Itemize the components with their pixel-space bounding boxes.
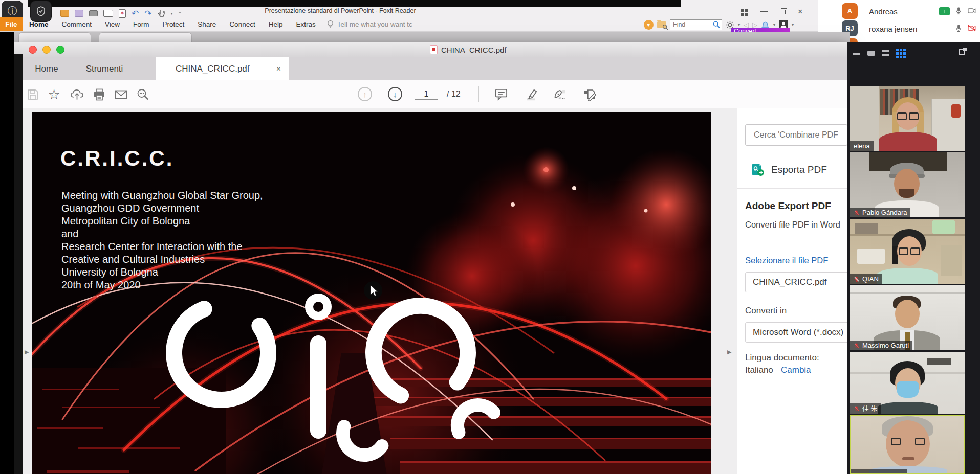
selected-file-field[interactable]: CHINA_CRICC.pdf xyxy=(745,272,850,292)
doc-language-value: Italiano xyxy=(745,365,773,375)
loupe-icon[interactable] xyxy=(136,87,149,101)
participant-name-label: QIAN xyxy=(850,274,882,284)
video-tile[interactable]: QIAN xyxy=(850,219,965,284)
video-tile-active-speaker[interactable] xyxy=(850,415,965,474)
zoom-traffic-light[interactable] xyxy=(56,46,64,54)
background-tab-band xyxy=(14,32,850,42)
muted-mic-icon xyxy=(854,210,860,216)
select-file-link[interactable]: Selezionare il file PDF xyxy=(745,256,828,265)
screen-share-badge: ↑ xyxy=(939,7,950,15)
menu-help[interactable]: Help xyxy=(262,20,290,28)
folder-search-icon[interactable] xyxy=(657,21,666,28)
background-tab[interactable] xyxy=(99,32,192,42)
star-icon[interactable]: ☆ xyxy=(47,87,61,101)
menu-form[interactable]: Form xyxy=(126,20,156,28)
mic-icon xyxy=(954,6,963,15)
video-tile[interactable]: Massimo Garuti xyxy=(850,285,965,350)
gallery-header xyxy=(847,42,980,62)
comment-icon[interactable] xyxy=(494,87,508,101)
print-icon[interactable] xyxy=(92,87,106,101)
participant-name-label-partial xyxy=(851,469,907,474)
bell-caret[interactable]: ▾ xyxy=(773,22,775,27)
strip-view-icon[interactable] xyxy=(882,50,889,52)
window-controls: × xyxy=(741,7,802,17)
convert-format-select[interactable]: Microsoft Word (*.docx) xyxy=(745,322,850,343)
gear-icon[interactable] xyxy=(726,20,734,29)
sidebar-search-input[interactable] xyxy=(745,124,847,146)
video-tile[interactable]: Pablo Gándara xyxy=(850,152,965,217)
menu-view[interactable]: View xyxy=(98,20,126,28)
adobe-export-subtitle: Converti file PDF in Word xyxy=(745,220,840,230)
minimize-icon[interactable] xyxy=(760,11,768,12)
foxit-tab-bar: Home Strumenti CHINA_CRICC.pdf × xyxy=(14,57,850,80)
signature-icon[interactable] xyxy=(553,87,567,101)
menu-file[interactable]: File xyxy=(0,17,23,31)
toolbar-divider xyxy=(478,86,479,102)
host-window-title: Presentazione standard di PowerPoint - F… xyxy=(0,7,681,14)
video-tile[interactable]: elena xyxy=(850,86,965,151)
page-up-button[interactable]: ↑ xyxy=(358,87,372,101)
change-language-link[interactable]: Cambia xyxy=(781,365,811,375)
export-pdf-icon xyxy=(751,163,765,176)
gallery-view-icon[interactable] xyxy=(896,49,899,51)
gear-caret[interactable]: ▾ xyxy=(738,22,740,27)
right-panel-toggle-arrow[interactable]: ▶ xyxy=(727,349,731,355)
slide-title: C.R.I.C.C. xyxy=(60,146,173,171)
page-total: / 12 xyxy=(447,89,461,99)
page-number-input[interactable] xyxy=(415,89,438,100)
muted-mic-icon xyxy=(854,405,860,412)
save-icon[interactable] xyxy=(26,87,39,101)
host-titlebar: ⓘ ✶ ↶ ↷ ▾ ⁼ Presentazione standard di Po… xyxy=(0,0,818,32)
export-pdf-row[interactable]: Esporta PDF xyxy=(751,163,827,176)
highlighter-icon[interactable] xyxy=(524,87,538,101)
pdf-toolbar: ☆ ↑ ↓ / 12 xyxy=(14,80,850,108)
restore-icon[interactable] xyxy=(780,10,786,14)
menu-share[interactable]: Share xyxy=(191,20,223,28)
menu-connect[interactable]: Connect xyxy=(223,20,262,28)
popout-icon[interactable] xyxy=(959,49,965,55)
page-down-button[interactable]: ↓ xyxy=(388,87,402,101)
tell-me-box[interactable]: Tell me what you want tc xyxy=(337,20,412,28)
menu-bar: File Home Comment View Form Protect Shar… xyxy=(0,17,512,31)
window-title: CHINA_CRICC.pdf xyxy=(441,46,507,54)
window-left-edge xyxy=(14,54,23,474)
participant-row[interactable]: A Andreas ↑ xyxy=(818,3,980,20)
lightbulb-icon xyxy=(326,20,334,29)
tab-home[interactable]: Home xyxy=(25,57,69,80)
heart-icon[interactable]: ♥ xyxy=(644,20,654,30)
menu-extras[interactable]: Extras xyxy=(289,20,322,28)
background-tab[interactable] xyxy=(18,32,91,42)
window-title-group: CHINA_CRICC.pdf xyxy=(430,42,507,57)
pdf-reader-window: CHINA_CRICC.pdf Home Strumenti CHINA_CRI… xyxy=(14,42,850,474)
export-pdf-label: Esporta PDF xyxy=(771,164,827,175)
participant-name-label: elena xyxy=(850,141,874,151)
cloud-upload-icon[interactable] xyxy=(70,87,84,101)
tab-close-icon[interactable]: × xyxy=(276,64,281,74)
rename-icon[interactable] xyxy=(582,87,596,101)
left-panel-toggle-arrow[interactable]: ▶ xyxy=(25,349,29,355)
camera-icon xyxy=(967,6,976,15)
sidebar-divider xyxy=(737,188,850,189)
mouse-cursor xyxy=(364,281,382,300)
menu-protect[interactable]: Protect xyxy=(156,20,191,28)
close-icon[interactable]: × xyxy=(798,8,802,16)
export-sidebar: Esporta PDF Adobe Export PDF Converti fi… xyxy=(737,108,850,474)
muted-mic-icon xyxy=(854,276,860,282)
find-input[interactable] xyxy=(672,20,713,29)
email-icon[interactable] xyxy=(114,87,128,101)
tab-document[interactable]: CHINA_CRICC.pdf × xyxy=(156,57,289,80)
tile-windows-icon[interactable] xyxy=(741,9,744,12)
search-icon xyxy=(713,21,720,28)
menu-comment[interactable]: Comment xyxy=(55,20,99,28)
menu-home[interactable]: Home xyxy=(23,20,55,28)
account-caret[interactable]: ▾ xyxy=(792,22,794,27)
minimize-traffic-light[interactable] xyxy=(42,46,51,54)
close-traffic-light[interactable] xyxy=(29,46,37,54)
pdf-file-icon xyxy=(430,45,438,54)
tab-strumenti[interactable]: Strumenti xyxy=(72,57,137,80)
minimize-icon[interactable] xyxy=(853,53,860,55)
video-tile[interactable]: 佳 朱 xyxy=(850,352,965,414)
speaker-view-icon[interactable] xyxy=(867,51,875,56)
participant-name: Andreas xyxy=(869,7,898,16)
adobe-export-title: Adobe Export PDF xyxy=(745,200,831,212)
